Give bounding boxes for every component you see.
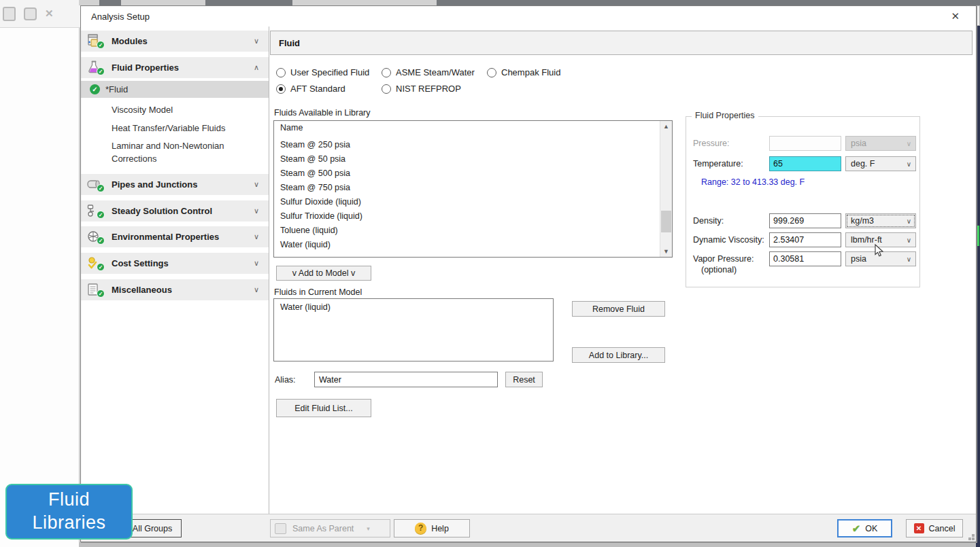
list-item[interactable]: Sulfur Dioxide (liquid)	[274, 195, 660, 209]
check-icon: ✓	[97, 211, 105, 219]
scroll-up-icon[interactable]: ▲	[660, 121, 672, 132]
radio-icon[interactable]	[382, 84, 391, 94]
sidebar-item-label: Steady Solution Control	[112, 206, 254, 216]
list-item[interactable]: Steam @ 750 psia	[274, 181, 660, 195]
scrollbar-thumb[interactable]	[661, 211, 671, 232]
chevron-up-icon[interactable]: ∧	[254, 63, 259, 72]
dialog-footer: All Groups Same As Parent ▾ ? Help ✔ OK …	[81, 514, 976, 542]
check-icon: ✓	[97, 67, 105, 75]
sidebar-item-fluid-properties[interactable]: ✓ Fluid Properties ∧	[81, 57, 269, 78]
edit-fluid-list-button[interactable]: Edit Fluid List...	[276, 399, 371, 417]
pipe-icon: ✓	[86, 177, 105, 192]
pressure-input	[769, 136, 841, 151]
sidebar-item-cost-settings[interactable]: ✓ Cost Settings ∨	[81, 253, 269, 274]
toolbar-segment	[437, 0, 980, 5]
current-model-list[interactable]: Water (liquid)	[273, 298, 554, 361]
list-item[interactable]: Toluene (liquid)	[274, 224, 660, 238]
help-icon: ?	[415, 523, 426, 534]
sidebar-item-laminar-corrections[interactable]: Laminar and Non-Newtonian Corrections	[81, 137, 269, 167]
chevron-down-icon[interactable]: ∨	[907, 160, 911, 168]
paste-icon[interactable]	[3, 7, 16, 21]
density-unit-select[interactable]: kg/m3 ∨	[845, 213, 916, 228]
pressure-label: Pressure:	[693, 139, 730, 148]
background-right-edge-accent	[977, 226, 979, 246]
cancel-button[interactable]: ✕ Cancel	[906, 519, 963, 537]
add-to-model-button[interactable]: v Add to Model v	[276, 266, 371, 281]
sidebar-item-miscellaneous[interactable]: ✓ Miscellaneous ∨	[81, 279, 269, 300]
panel-title: Fluid	[270, 31, 973, 55]
list-item[interactable]: Steam @ 250 psia	[274, 135, 660, 152]
reset-button[interactable]: Reset	[505, 372, 543, 387]
dialog-title: Analysis Setup	[81, 12, 150, 22]
fluid-library-list[interactable]: Name Steam @ 250 psia Steam @ 50 psia St…	[273, 120, 673, 258]
chevron-down-icon[interactable]: ∨	[907, 217, 911, 225]
temperature-input[interactable]	[769, 156, 841, 171]
resize-grip[interactable]	[972, 537, 975, 540]
help-button[interactable]: ? Help	[394, 519, 470, 537]
sidebar-item-label: Fluid Properties	[112, 63, 254, 73]
chevron-down-icon[interactable]: ∨	[907, 255, 911, 263]
radio-label: User Specified Fluid	[290, 67, 369, 77]
radio-icon[interactable]	[487, 68, 496, 77]
sidebar-item-steady-solution[interactable]: ✓ Steady Solution Control ∨	[81, 200, 269, 222]
list-icon: ✓	[86, 282, 105, 298]
dialog-close-icon[interactable]: ✕	[951, 10, 960, 22]
radio-user-specified[interactable]: User Specified Fluid	[276, 67, 369, 77]
chevron-down-icon[interactable]: ∨	[254, 37, 259, 46]
chevron-down-icon[interactable]: ∨	[254, 285, 259, 294]
modules-icon: ✓	[86, 33, 105, 49]
radio-chempak[interactable]: Chempak Fluid	[487, 67, 560, 77]
density-input[interactable]	[769, 213, 841, 228]
remove-fluid-button[interactable]: Remove Fluid	[572, 301, 665, 317]
unit-label: deg. F	[851, 159, 875, 169]
chevron-down-icon[interactable]: ∨	[254, 259, 259, 268]
list-item[interactable]: Steam @ 50 psia	[274, 152, 660, 166]
radio-aft-standard[interactable]: AFT Standard	[276, 84, 345, 94]
radio-icon[interactable]	[276, 68, 286, 77]
vapor-pressure-sublabel: (optional)	[701, 265, 737, 275]
alias-input[interactable]	[314, 372, 498, 387]
sidebar-item-fluid[interactable]: ✓ *Fluid	[81, 81, 269, 98]
radio-label: Chempak Fluid	[501, 67, 560, 77]
list-item[interactable]: Steam @ 500 psia	[274, 166, 660, 181]
radio-asme-steam[interactable]: ASME Steam/Water	[382, 67, 475, 77]
temperature-unit-select[interactable]: deg. F ∨	[845, 156, 916, 171]
screen: ✕ Analysis Setup ✕ ✓ Modules ∨	[0, 0, 980, 547]
dialog-titlebar[interactable]: Analysis Setup ✕	[81, 6, 976, 27]
chevron-down-icon[interactable]: ∨	[254, 232, 259, 241]
radio-icon[interactable]	[382, 68, 391, 77]
same-as-parent-icon	[275, 523, 286, 534]
sidebar-item-pipes-junctions[interactable]: ✓ Pipes and Junctions ∨	[81, 174, 269, 195]
scroll-down-icon[interactable]: ▼	[660, 246, 672, 257]
radio-icon-selected[interactable]	[276, 84, 286, 94]
list-item[interactable]: Water (liquid)	[274, 238, 660, 252]
sidebar-item-label: Cost Settings	[112, 258, 254, 268]
chevron-down-icon[interactable]: ∨	[254, 207, 259, 215]
sidebar-item-label: Miscellaneous	[112, 285, 254, 295]
radio-label: NIST REFPROP	[396, 84, 461, 94]
sidebar-item-modules[interactable]: ✓ Modules ∨	[81, 31, 269, 52]
list-column-header: Name	[274, 121, 660, 135]
viscosity-input[interactable]	[769, 232, 841, 247]
check-icon: ✓	[97, 263, 105, 271]
same-as-parent-label: Same As Parent	[292, 524, 354, 533]
stamp-icon[interactable]	[24, 7, 37, 20]
sidebar-item-viscosity-model[interactable]: Viscosity Model	[81, 101, 269, 118]
sidebar-item-environmental[interactable]: ✓ Environmental Properties ∨	[81, 226, 269, 247]
vapor-pressure-input[interactable]	[769, 251, 841, 266]
chevron-down-icon[interactable]: ∨	[907, 236, 911, 244]
chevron-down-icon[interactable]: ∨	[254, 180, 259, 189]
ok-button[interactable]: ✔ OK	[837, 519, 892, 537]
close-icon[interactable]: ✕	[45, 7, 54, 20]
radio-nist-refprop[interactable]: NIST REFPROP	[382, 84, 461, 94]
list-scrollbar[interactable]: ▲ ▼	[660, 121, 672, 257]
sidebar-item-heat-transfer[interactable]: Heat Transfer/Variable Fluids	[81, 120, 269, 136]
unit-label: psia	[851, 254, 866, 264]
list-item[interactable]: Sulfur Trioxide (liquid)	[274, 209, 660, 224]
list-item[interactable]: Water (liquid)	[274, 299, 553, 315]
library-list-label: Fluids Available in Library	[274, 108, 371, 118]
sidebar-item-label: Heat Transfer/Variable Fluids	[112, 123, 225, 133]
badge-line1: Fluid	[48, 489, 90, 512]
check-icon: ✓	[97, 236, 105, 245]
add-to-library-button[interactable]: Add to Library...	[572, 347, 665, 363]
